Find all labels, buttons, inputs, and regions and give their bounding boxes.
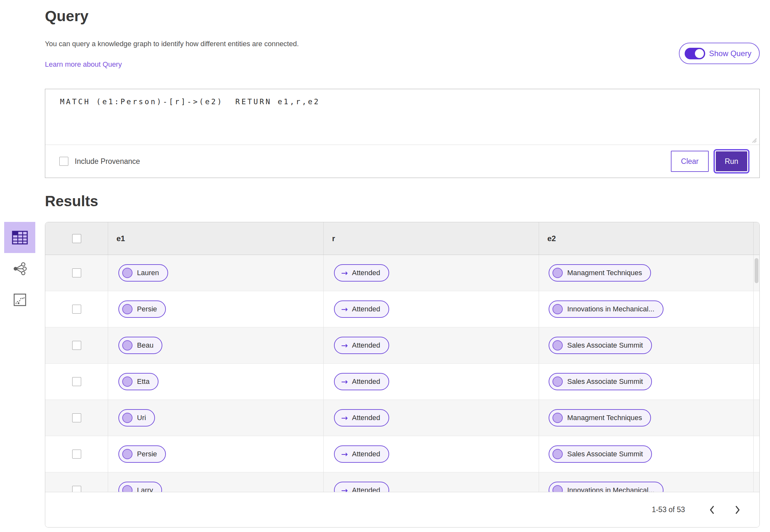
entity-node-icon bbox=[122, 413, 132, 423]
entity-pill[interactable]: Sales Associate Summit bbox=[549, 373, 652, 390]
network-view-button[interactable] bbox=[4, 253, 35, 284]
clear-button[interactable]: Clear bbox=[671, 151, 709, 172]
table-icon bbox=[12, 231, 28, 245]
row-select-checkbox[interactable] bbox=[72, 377, 81, 386]
previous-page-button[interactable] bbox=[702, 500, 722, 520]
entity-node-icon bbox=[122, 449, 132, 459]
entity-pill[interactable]: Managment Techniques bbox=[549, 409, 651, 426]
entity-label: Managment Techniques bbox=[567, 269, 642, 277]
run-button[interactable]: Run bbox=[716, 151, 747, 171]
entity-pill[interactable]: Lauren bbox=[118, 264, 168, 282]
column-header-e2[interactable]: e2 bbox=[539, 222, 754, 255]
entity-node-icon bbox=[122, 340, 132, 350]
table-row: Beau→AttendedSales Associate Summit bbox=[45, 327, 759, 364]
query-input[interactable]: MATCH (e1:Person)-[r]->(e2) RETURN e1,r,… bbox=[45, 89, 759, 145]
show-query-toggle[interactable]: Show Query bbox=[679, 43, 760, 64]
entity-node-icon bbox=[553, 413, 563, 423]
pagination-range: 1-53 of 53 bbox=[652, 505, 685, 514]
learn-more-link[interactable]: Learn more about Query bbox=[45, 60, 122, 69]
column-header-e1[interactable]: e1 bbox=[108, 222, 324, 255]
relation-label: Attended bbox=[352, 486, 380, 492]
vertical-scrollbar[interactable] bbox=[755, 258, 758, 283]
chart-view-button[interactable] bbox=[4, 284, 35, 315]
include-provenance-label: Include Provenance bbox=[75, 157, 140, 166]
toggle-switch-icon[interactable] bbox=[685, 48, 705, 59]
query-description: You can query a knowledge graph to ident… bbox=[45, 40, 299, 48]
chevron-right-icon bbox=[735, 505, 740, 514]
entity-pill[interactable]: Innovations in Mechanical... bbox=[549, 482, 664, 492]
query-editor: MATCH (e1:Person)-[r]->(e2) RETURN e1,r,… bbox=[45, 89, 759, 145]
relation-pill[interactable]: →Attended bbox=[334, 300, 389, 318]
row-select-checkbox[interactable] bbox=[72, 305, 81, 314]
relation-arrow-icon: → bbox=[341, 269, 348, 277]
entity-label: Beau bbox=[137, 341, 153, 350]
relation-pill[interactable]: →Attended bbox=[334, 337, 389, 354]
entity-label: Uri bbox=[137, 414, 146, 422]
relation-pill[interactable]: →Attended bbox=[334, 482, 389, 492]
entity-pill[interactable]: Larry bbox=[118, 482, 162, 492]
relation-arrow-icon: → bbox=[341, 450, 348, 458]
relation-label: Attended bbox=[352, 414, 380, 422]
entity-pill[interactable]: Persie bbox=[118, 445, 166, 463]
query-panel: Query You can query a knowledge graph to… bbox=[45, 0, 760, 532]
table-row: Larry→AttendedInnovations in Mechanical.… bbox=[45, 472, 759, 492]
entity-label: Sales Associate Summit bbox=[567, 450, 643, 458]
entity-pill[interactable]: Persie bbox=[118, 300, 166, 318]
row-select-checkbox[interactable] bbox=[72, 268, 81, 277]
relation-arrow-icon: → bbox=[341, 342, 348, 350]
entity-pill[interactable]: Innovations in Mechanical... bbox=[549, 300, 664, 318]
row-select-checkbox[interactable] bbox=[72, 486, 81, 492]
page-title: Query bbox=[45, 7, 89, 25]
chevron-left-icon bbox=[709, 505, 715, 514]
entity-pill[interactable]: Sales Associate Summit bbox=[549, 337, 652, 354]
entity-node-icon bbox=[553, 268, 563, 278]
relation-label: Attended bbox=[352, 305, 380, 313]
chart-icon bbox=[13, 293, 26, 306]
next-page-button[interactable] bbox=[727, 500, 748, 520]
entity-label: Innovations in Mechanical... bbox=[567, 305, 655, 313]
entity-pill[interactable]: Beau bbox=[118, 337, 162, 354]
relation-pill[interactable]: →Attended bbox=[334, 445, 389, 463]
results-view-rail bbox=[4, 222, 35, 315]
relation-pill[interactable]: →Attended bbox=[334, 409, 389, 426]
toggle-knob bbox=[695, 49, 704, 58]
relation-label: Attended bbox=[352, 450, 380, 458]
show-query-label: Show Query bbox=[709, 49, 751, 58]
results-title: Results bbox=[45, 192, 98, 210]
row-select-checkbox[interactable] bbox=[72, 413, 81, 422]
relation-arrow-icon: → bbox=[341, 414, 348, 422]
row-select-checkbox[interactable] bbox=[72, 341, 81, 350]
relation-label: Attended bbox=[352, 269, 380, 277]
entity-pill[interactable]: Uri bbox=[118, 409, 155, 426]
query-footer: Include Provenance Clear Run bbox=[45, 145, 759, 178]
entity-pill[interactable]: Sales Associate Summit bbox=[549, 445, 652, 463]
resize-handle-icon[interactable] bbox=[751, 137, 757, 143]
entity-node-icon bbox=[553, 340, 563, 350]
relation-pill[interactable]: →Attended bbox=[334, 373, 389, 390]
entity-node-icon bbox=[122, 376, 132, 387]
row-select-checkbox[interactable] bbox=[72, 450, 81, 459]
table-view-button[interactable] bbox=[4, 222, 35, 253]
table-row: Uri→AttendedManagment Techniques bbox=[45, 400, 759, 436]
entity-label: Etta bbox=[137, 377, 149, 386]
relation-arrow-icon: → bbox=[341, 305, 348, 313]
entity-label: Persie bbox=[137, 450, 157, 458]
relation-label: Attended bbox=[352, 377, 380, 386]
entity-node-icon bbox=[553, 304, 563, 314]
entity-pill[interactable]: Etta bbox=[118, 373, 158, 390]
include-provenance-checkbox[interactable] bbox=[59, 157, 68, 166]
entity-label: Innovations in Mechanical... bbox=[567, 486, 655, 492]
entity-label: Managment Techniques bbox=[567, 414, 642, 422]
entity-pill[interactable]: Managment Techniques bbox=[549, 264, 651, 282]
table-row: Lauren→AttendedManagment Techniques bbox=[45, 255, 759, 291]
relation-pill[interactable]: →Attended bbox=[334, 264, 389, 282]
select-all-checkbox[interactable] bbox=[72, 234, 81, 243]
entity-node-icon bbox=[553, 449, 563, 459]
select-all-cell bbox=[45, 222, 108, 255]
column-header-r[interactable]: r bbox=[324, 222, 539, 255]
relation-arrow-icon: → bbox=[341, 378, 348, 386]
include-provenance-option[interactable]: Include Provenance bbox=[59, 157, 140, 166]
network-icon bbox=[13, 262, 27, 275]
entity-label: Sales Associate Summit bbox=[567, 341, 643, 350]
relation-label: Attended bbox=[352, 341, 380, 350]
